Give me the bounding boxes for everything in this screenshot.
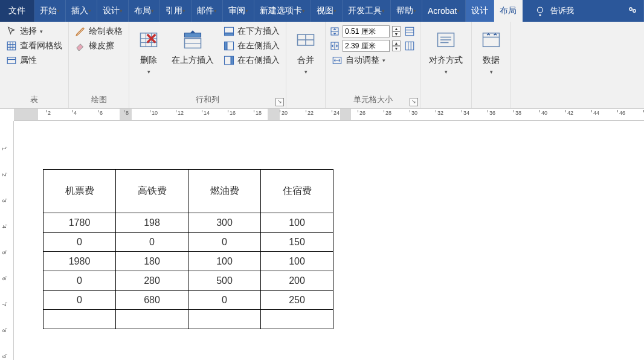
- row-height-input[interactable]: ▲▼: [329, 24, 401, 39]
- merge-button[interactable]: 合并▾: [290, 24, 321, 91]
- table-cell[interactable]: 680: [116, 291, 188, 310]
- ribbon: 选择 ▾ 查看网格线 属性 表 绘制表格 橡皮擦 绘图 删除▾ 在上方插入 在下…: [0, 22, 644, 109]
- svg-rect-5: [7, 42, 16, 50]
- tell-me[interactable]: 告诉我: [526, 0, 582, 22]
- group-cellsize-title: 单元格大小: [329, 92, 416, 107]
- lightbulb-icon: [535, 5, 546, 16]
- table-cell[interactable]: 0: [43, 271, 116, 291]
- group-rowcol-title: 行和列: [133, 92, 282, 107]
- alignment-button[interactable]: 对齐方式▾: [424, 24, 468, 91]
- distribute-rows-button[interactable]: [403, 24, 416, 39]
- autofit-icon: [332, 55, 343, 66]
- svg-point-0: [538, 7, 543, 13]
- ruler-horizontal[interactable]: 2468101214161820222426283032343638404244…: [14, 109, 644, 121]
- eraser-icon: [75, 40, 86, 51]
- distribute-cols-button[interactable]: [403, 39, 416, 53]
- document-area: 机票费高铁费燃油费住宿费1780198300100000150198018010…: [14, 121, 644, 360]
- col-width-spin[interactable]: ▲▼: [392, 40, 401, 51]
- menu-bar: 文件 开始 ▾ 插入 ▾ 设计 ▾ 布局 ▾ 引用 ▾ 邮件 ▾ 审阅 ▾ 新建…: [0, 0, 644, 22]
- table-header-cell[interactable]: 燃油费: [188, 170, 261, 213]
- table-cell[interactable]: 0: [43, 291, 116, 310]
- table-cell[interactable]: 0: [43, 233, 116, 252]
- insert-left-icon: [224, 40, 234, 51]
- svg-point-3: [630, 8, 633, 11]
- pencil-icon: [75, 26, 86, 37]
- svg-rect-10: [7, 57, 16, 64]
- tab-new[interactable]: 新建选项卡 ▾: [254, 0, 311, 22]
- svg-rect-22: [225, 27, 234, 33]
- table-cell[interactable]: 200: [261, 271, 333, 291]
- ruler-vertical[interactable]: 12345678910: [0, 121, 14, 360]
- group-cellsize: ▲▼ ▲▼ 自动调整 ▾ 单元格大小 ↘: [326, 22, 420, 108]
- row-height-field[interactable]: [343, 25, 390, 37]
- insert-left-button[interactable]: 在左侧插入: [221, 39, 282, 53]
- tab-help[interactable]: 帮助 ▾: [391, 0, 422, 22]
- table-cell[interactable]: 0: [188, 291, 261, 310]
- tab-view[interactable]: 视图 ▾: [311, 0, 343, 22]
- merge-icon: [295, 29, 317, 51]
- table-cell[interactable]: [43, 310, 116, 329]
- table-cell[interactable]: 150: [261, 233, 333, 252]
- data-button[interactable]: 数据▾: [475, 24, 507, 91]
- delete-button[interactable]: 删除▾: [133, 24, 164, 91]
- view-gridlines-button[interactable]: 查看网格线: [4, 39, 65, 53]
- autofit-button[interactable]: 自动调整 ▾: [329, 53, 401, 68]
- group-align: 对齐方式▾: [420, 22, 472, 108]
- svg-rect-23: [225, 33, 234, 36]
- col-width-field[interactable]: [343, 40, 390, 52]
- table-cell[interactable]: 100: [261, 252, 333, 271]
- insert-above-button[interactable]: 在上方插入: [167, 24, 219, 91]
- table-cell[interactable]: [116, 310, 188, 329]
- dist-rows-icon: [404, 26, 415, 37]
- share-icon: [627, 5, 638, 16]
- table-cell[interactable]: 100: [188, 252, 261, 271]
- svg-rect-36: [405, 27, 414, 36]
- insert-below-button[interactable]: 在下方插入: [221, 24, 282, 39]
- tab-mailings[interactable]: 邮件 ▾: [192, 0, 223, 22]
- table-cell[interactable]: 1980: [43, 252, 116, 271]
- tab-review[interactable]: 审阅 ▾: [223, 0, 254, 22]
- properties-button[interactable]: 属性: [4, 53, 65, 68]
- table-cell[interactable]: 280: [116, 271, 188, 291]
- row-height-spin[interactable]: ▲▼: [392, 26, 401, 37]
- table-cell[interactable]: 250: [261, 291, 333, 310]
- insert-right-button[interactable]: 在右侧插入: [221, 53, 282, 68]
- tab-dev[interactable]: 开发工具 ▾: [343, 0, 391, 22]
- table-cell[interactable]: 0: [188, 233, 261, 252]
- tab-file[interactable]: 文件: [0, 0, 34, 22]
- select-button[interactable]: 选择 ▾: [4, 24, 65, 39]
- draw-table-button[interactable]: 绘制表格: [72, 24, 125, 39]
- table-cell[interactable]: [188, 310, 261, 329]
- tab-layout[interactable]: 布局 ▾: [129, 0, 160, 22]
- group-draw: 绘制表格 橡皮擦 绘图: [69, 22, 129, 108]
- insert-below-icon: [224, 26, 234, 37]
- table-cell[interactable]: 500: [188, 271, 261, 291]
- cellsize-launcher[interactable]: ↘: [410, 98, 418, 106]
- row-height-icon: [329, 26, 340, 37]
- col-width-icon: [329, 40, 340, 51]
- tab-design[interactable]: 设计 ▾: [97, 0, 129, 22]
- rowcol-launcher[interactable]: ↘: [275, 98, 284, 106]
- tab-references[interactable]: 引用 ▾: [160, 0, 192, 22]
- table-cell[interactable]: 198: [116, 213, 188, 233]
- group-table: 选择 ▾ 查看网格线 属性 表: [0, 22, 69, 108]
- table-header-cell[interactable]: 住宿费: [261, 170, 333, 213]
- table-header-cell[interactable]: 机票费: [43, 170, 116, 213]
- tab-acrobat[interactable]: Acrobat ▾: [422, 0, 466, 22]
- eraser-button[interactable]: 橡皮擦: [72, 39, 125, 53]
- col-width-input[interactable]: ▲▼: [329, 39, 401, 53]
- tab-ctx-design[interactable]: 设计: [466, 0, 494, 22]
- tab-ctx-layout[interactable]: 布局: [494, 0, 523, 22]
- tab-insert[interactable]: 插入 ▾: [66, 0, 97, 22]
- tab-home[interactable]: 开始 ▾: [34, 0, 66, 22]
- table-cell[interactable]: 180: [116, 252, 188, 271]
- table-header-cell[interactable]: 高铁费: [116, 170, 188, 213]
- svg-rect-27: [231, 56, 234, 65]
- table-cell[interactable]: 1780: [43, 213, 116, 233]
- document-table[interactable]: 机票费高铁费燃油费住宿费1780198300100000150198018010…: [43, 169, 333, 329]
- table-cell[interactable]: 300: [188, 213, 261, 233]
- share-button[interactable]: [622, 0, 644, 22]
- table-cell[interactable]: 0: [116, 233, 188, 252]
- table-cell[interactable]: [261, 310, 333, 329]
- table-cell[interactable]: 100: [261, 213, 333, 233]
